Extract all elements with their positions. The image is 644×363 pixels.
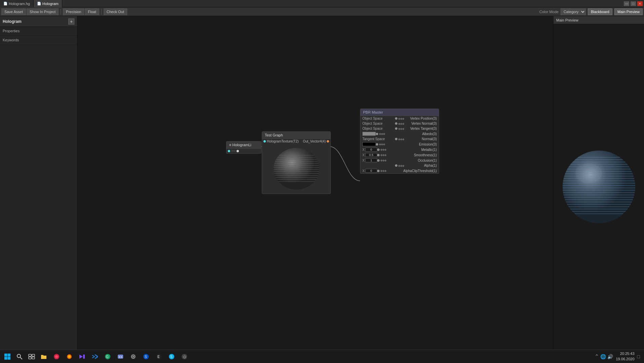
svg-rect-48 <box>8 357 11 360</box>
tab-hologram[interactable]: 📄 Hologram <box>34 0 62 7</box>
color-mode-label: Color Mode <box>539 10 559 14</box>
arrows-occlusion: ◆◆◆ <box>380 159 386 162</box>
smoothness-label: Smoothness(1) <box>386 153 437 157</box>
arrows-metallic: ◆◆◆ <box>380 148 386 151</box>
emission-swatch[interactable] <box>362 142 376 146</box>
pbr-row-occlusion: X ◆◆◆ Occlusion(1) <box>360 158 439 163</box>
panel-title: Hologram <box>3 19 22 24</box>
port-metallic <box>377 149 380 151</box>
arrows-smoothness: ◆◆◆ <box>380 153 386 157</box>
metallic-input[interactable] <box>365 148 377 152</box>
taskbar-app-icons: G S E <box>38 351 190 363</box>
alpha-clip-label: AlphaClipThreshold(1) <box>386 169 437 173</box>
test-graph-sphere <box>270 145 323 192</box>
epic-button[interactable]: E <box>153 351 165 363</box>
preview-canvas <box>553 24 644 350</box>
sourcetree-button[interactable]: S <box>140 351 152 363</box>
hologram-li-port-row: >>> <box>226 149 261 153</box>
precision-button[interactable]: Precision <box>63 8 84 15</box>
arrows-alpha: ◆◆◆ <box>398 164 404 167</box>
canvas-area[interactable]: ≡ HologramLi >>> Test Graph HologramText… <box>77 16 644 350</box>
svg-marker-61 <box>92 355 95 358</box>
occlusion-input[interactable] <box>365 158 377 162</box>
arrows-alpha-clip: ◆◆◆ <box>380 169 386 172</box>
vscode-button[interactable] <box>89 351 101 363</box>
arrows-3: ◆◆◆ <box>398 127 404 130</box>
windows-icon <box>4 353 11 360</box>
vs-icon <box>79 353 85 360</box>
x-label-alpha-clip: X <box>362 169 365 173</box>
occlusion-label: Occlusion(1) <box>386 159 437 162</box>
pbr-row-albedo: ◆◆◆ Albedo(3) <box>360 131 439 136</box>
test-graph-output-port <box>327 140 329 143</box>
window-controls: — □ ✕ <box>624 1 643 6</box>
port-2a <box>395 122 397 125</box>
taskbar-tray: ⌃ 🌐 🔊 <box>595 353 613 360</box>
minimize-button[interactable]: — <box>624 1 629 6</box>
taskbar-clock[interactable]: 20:25:43 19.06.2020 <box>616 351 634 362</box>
close-button[interactable]: ✕ <box>637 1 643 6</box>
discord-icon <box>117 353 124 360</box>
add-button[interactable]: + <box>68 18 74 25</box>
svg-rect-53 <box>29 357 31 359</box>
float-button[interactable]: Float <box>85 8 99 15</box>
svg-point-66 <box>119 356 120 357</box>
sourcetree-icon: S <box>143 353 149 360</box>
extra-button[interactable]: ⬡ <box>178 351 190 363</box>
vertex-tan-label: Vertex Tangent(3) <box>404 127 437 130</box>
unity-button[interactable] <box>127 351 139 363</box>
save-asset-button[interactable]: Save Asset <box>1 8 26 15</box>
volume-icon: 🔊 <box>607 354 613 359</box>
test-graph-port-row-1: HologramTexture(T2) Out_Vector4(4) <box>262 139 330 144</box>
pbr-row-vertex-pos: Object Space ◆◆◆ Vertex Position(3) <box>360 116 439 121</box>
notification-icon[interactable]: □ <box>637 354 640 359</box>
arrows-1: ◆◆◆ <box>398 117 404 120</box>
smoothness-input[interactable] <box>365 153 377 157</box>
port-emission <box>376 143 378 146</box>
file-explorer-icon <box>40 353 47 360</box>
svg-point-2 <box>274 148 319 190</box>
task-view-button[interactable] <box>26 351 38 363</box>
tab-hologram-hg[interactable]: 📄 Hologram.hg <box>0 0 34 7</box>
skype-icon: S <box>168 353 175 360</box>
show-in-project-button[interactable]: Show In Project <box>27 8 59 15</box>
main-preview-button[interactable]: Main Preview <box>614 8 643 15</box>
start-button[interactable] <box>1 351 13 363</box>
check-out-button[interactable]: Check Out <box>104 8 127 15</box>
tab-icon-hologram: 📄 <box>37 2 41 5</box>
tab-icon-hg: 📄 <box>3 2 7 5</box>
hologram-li-node[interactable]: ≡ HologramLi >>> <box>226 141 261 154</box>
tangent-space-label: Tangent Space <box>362 137 395 141</box>
svg-marker-59 <box>79 355 83 359</box>
blackboard-button[interactable]: Blackboard <box>588 8 612 15</box>
preview-header: Main Preview <box>553 16 644 24</box>
firefox-button[interactable] <box>63 351 75 363</box>
test-graph-node[interactable]: Test Graph HologramTexture(T2) Out_Vecto… <box>262 131 331 194</box>
alpha-label: Alpha(1) <box>404 164 437 167</box>
tray-arrow[interactable]: ⌃ <box>595 353 599 360</box>
discord-button[interactable] <box>114 351 127 363</box>
epic-icon: E <box>155 353 162 360</box>
vs-button[interactable] <box>76 351 88 363</box>
pbr-master-title: PBR Master <box>363 110 383 114</box>
svg-point-49 <box>17 354 21 358</box>
maximize-button[interactable]: □ <box>631 1 636 6</box>
network-icon: 🌐 <box>600 354 606 359</box>
pbr-row-alpha: ◆◆◆ Alpha(1) <box>360 163 439 168</box>
search-taskbar-button[interactable] <box>13 351 26 363</box>
emission-label: Emission(3) <box>385 143 437 146</box>
albedo-swatch[interactable] <box>362 132 376 136</box>
pbr-master-header: PBR Master <box>360 109 439 116</box>
gitkraken-button[interactable]: G <box>102 351 114 363</box>
category-select[interactable]: Category <box>561 8 586 15</box>
alpha-clip-input[interactable] <box>365 169 377 173</box>
file-explorer-button[interactable] <box>38 351 50 363</box>
obj-space-3: Object Space <box>362 127 395 130</box>
hologram-li-port <box>228 150 230 152</box>
pbr-ports-occlusion: ◆◆◆ <box>377 159 386 162</box>
svg-text:S: S <box>145 355 147 359</box>
pbr-master-node[interactable]: PBR Master Object Space ◆◆◆ Vertex Posit… <box>360 109 439 174</box>
browser-1-button[interactable] <box>50 351 63 363</box>
skype-button[interactable]: S <box>166 351 178 363</box>
normal-label: Normal(3) <box>404 137 437 141</box>
